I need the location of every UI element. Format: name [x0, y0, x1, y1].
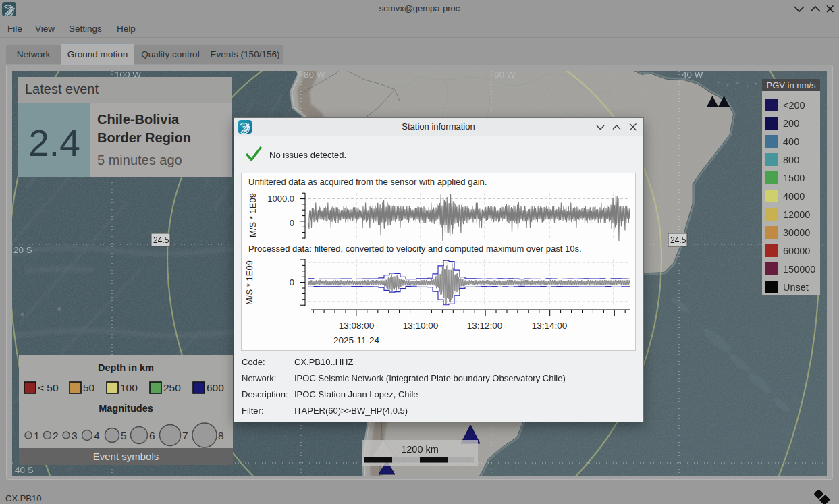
- svg-text:400: 400: [783, 136, 799, 147]
- svg-text:60 W: 60 W: [494, 71, 516, 80]
- svg-text:13:12:00: 13:12:00: [467, 320, 503, 331]
- svg-text:80 W: 80 W: [304, 71, 325, 80]
- svg-text:7: 7: [182, 430, 188, 441]
- svg-text:20 S: 20 S: [13, 245, 32, 255]
- svg-text:<200: <200: [783, 100, 805, 111]
- svg-text:5: 5: [121, 430, 127, 441]
- svg-text:30000: 30000: [783, 227, 810, 238]
- svg-text:50: 50: [83, 382, 95, 393]
- svg-text:200: 200: [783, 118, 799, 129]
- svg-text:12000: 12000: [783, 209, 810, 220]
- svg-text:0: 0: [290, 277, 294, 287]
- svg-text:6: 6: [149, 430, 155, 441]
- svg-text:13:14:00: 13:14:00: [532, 320, 568, 331]
- svg-text:24.5: 24.5: [670, 235, 686, 245]
- svg-text:600: 600: [207, 382, 224, 393]
- svg-text:100: 100: [120, 382, 138, 393]
- svg-text:40 W: 40 W: [682, 71, 703, 80]
- svg-text:0: 0: [290, 218, 294, 228]
- svg-text:Processed data: filtered, conv: Processed data: filtered, converted to v…: [248, 244, 582, 254]
- svg-text:2: 2: [53, 430, 59, 441]
- svg-text:Unfiltered data as acquired fr: Unfiltered data as acquired from the sen…: [248, 177, 487, 187]
- svg-text:8: 8: [218, 430, 224, 441]
- svg-text:60000: 60000: [783, 246, 810, 256]
- svg-text:< 50: < 50: [38, 382, 59, 393]
- svg-text:M/S * 1E09: M/S * 1E09: [244, 260, 254, 305]
- svg-text:1200 km: 1200 km: [401, 444, 439, 455]
- svg-text:3: 3: [72, 430, 78, 441]
- svg-text:4: 4: [94, 430, 100, 441]
- svg-text:Unset: Unset: [783, 282, 809, 293]
- svg-text:2025-11-24: 2025-11-24: [333, 335, 380, 345]
- svg-text:13:08:00: 13:08:00: [339, 320, 375, 331]
- svg-text:800: 800: [783, 155, 799, 165]
- svg-text:1: 1: [34, 430, 40, 441]
- svg-text:13:10:00: 13:10:00: [403, 320, 439, 331]
- svg-text:24.5: 24.5: [153, 235, 169, 245]
- svg-text:M/S * 1E09: M/S * 1E09: [248, 193, 258, 237]
- svg-text:40 S: 40 S: [15, 465, 34, 475]
- svg-text:4000: 4000: [783, 191, 805, 202]
- svg-text:1000.0: 1000.0: [267, 194, 294, 204]
- svg-text:150000: 150000: [783, 264, 815, 275]
- svg-text:1500: 1500: [783, 173, 805, 184]
- svg-text:250: 250: [163, 382, 181, 393]
